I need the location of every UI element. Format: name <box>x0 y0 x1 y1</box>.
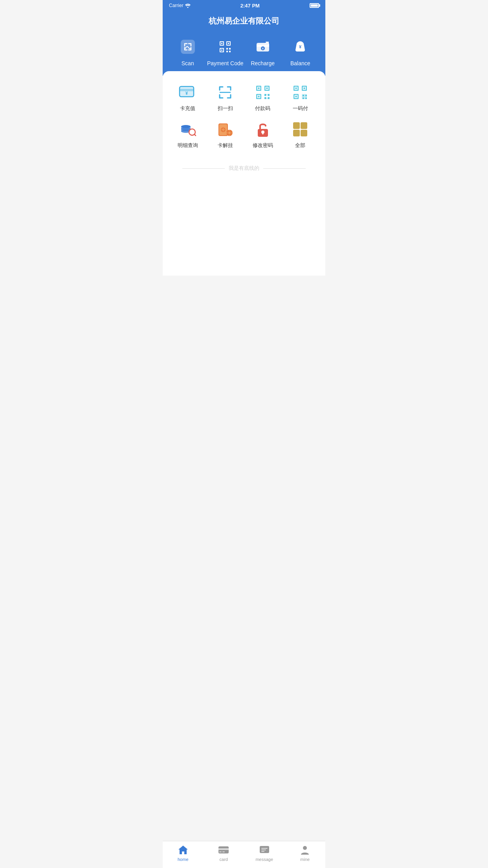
svg-rect-4 <box>221 43 222 44</box>
svg-text:¥: ¥ <box>299 44 302 49</box>
card-recharge-label: 卡充值 <box>180 105 195 112</box>
svg-rect-7 <box>228 43 229 44</box>
svg-line-59 <box>194 134 196 136</box>
svg-rect-75 <box>301 122 307 129</box>
scan-icon <box>178 37 198 57</box>
payment-code-label: Payment Code <box>207 60 244 66</box>
svg-text:¥: ¥ <box>185 91 188 96</box>
payment-code-2-label: 付款码 <box>255 105 270 112</box>
wifi-icon <box>185 4 191 8</box>
divider-left <box>182 168 225 169</box>
scan-label: Scan <box>182 60 194 66</box>
bottom-divider: 我是有底线的 <box>167 157 321 180</box>
svg-rect-39 <box>266 96 268 97</box>
scan-button[interactable]: Scan <box>169 37 207 66</box>
menu-item-card-unblock[interactable]: 卡解挂 <box>207 120 244 149</box>
svg-rect-28 <box>258 88 259 89</box>
scan-pay-icon <box>216 83 235 102</box>
one-code-icon <box>291 83 310 102</box>
svg-rect-13 <box>226 51 228 52</box>
bottom-text: 我是有底线的 <box>229 165 259 172</box>
all-icon <box>291 120 310 139</box>
menu-item-scan-pay[interactable]: 扫一扫 <box>207 83 244 112</box>
detail-query-icon <box>178 120 197 139</box>
status-bar: Carrier 2:47 PM <box>163 0 325 11</box>
balance-button[interactable]: ¥ Balance <box>282 37 319 66</box>
svg-rect-11 <box>226 48 228 50</box>
svg-rect-12 <box>229 48 231 50</box>
svg-rect-53 <box>305 97 307 99</box>
svg-point-0 <box>187 7 188 8</box>
carrier-text: Carrier <box>169 3 191 8</box>
menu-item-card-recharge[interactable]: ¥ 卡充值 <box>170 83 206 112</box>
svg-rect-74 <box>293 122 300 129</box>
balance-label: Balance <box>290 60 310 66</box>
svg-rect-48 <box>295 96 297 97</box>
status-time: 2:47 PM <box>240 3 260 9</box>
svg-rect-76 <box>293 130 300 136</box>
svg-rect-52 <box>305 95 307 96</box>
divider-right <box>263 168 306 169</box>
svg-rect-77 <box>301 130 307 136</box>
card-unblock-icon <box>216 120 235 139</box>
recharge-icon: ¥ <box>253 37 273 57</box>
balance-icon: ¥ <box>290 37 310 57</box>
top-actions: Scan <box>169 33 319 76</box>
menu-grid: ¥ 卡充值 扫一扫 <box>167 79 321 157</box>
recharge-label: Recharge <box>251 60 275 66</box>
svg-rect-51 <box>303 97 304 99</box>
svg-rect-45 <box>304 88 305 89</box>
all-label: 全部 <box>295 142 305 149</box>
payment-code-button[interactable]: Payment Code <box>207 37 244 66</box>
svg-text:¥: ¥ <box>262 47 264 50</box>
svg-rect-14 <box>229 51 231 52</box>
card-unblock-label: 卡解挂 <box>218 142 233 149</box>
recharge-button[interactable]: ¥ Recharge <box>244 37 282 66</box>
change-password-icon <box>253 120 272 139</box>
header: 杭州易企业有限公司 Scan <box>163 11 325 76</box>
card-recharge-icon: ¥ <box>178 83 197 102</box>
svg-rect-34 <box>258 96 259 97</box>
menu-item-change-password[interactable]: 修改密码 <box>245 120 281 149</box>
payment-code-icon <box>215 37 235 57</box>
menu-item-all[interactable]: 全部 <box>283 120 319 149</box>
menu-item-detail-query[interactable]: 明细查询 <box>170 120 206 149</box>
one-code-label: 一码付 <box>293 105 308 112</box>
menu-item-one-code[interactable]: 一码付 <box>283 83 319 112</box>
app-title: 杭州易企业有限公司 <box>169 16 319 33</box>
menu-item-payment-code[interactable]: 付款码 <box>245 83 281 112</box>
payment-code-2-icon <box>253 83 272 102</box>
svg-point-20 <box>299 42 302 44</box>
main-content: ¥ 卡充值 扫一扫 <box>163 71 325 276</box>
svg-rect-42 <box>295 88 297 89</box>
change-password-label: 修改密码 <box>253 142 273 149</box>
battery-icon <box>310 3 319 8</box>
svg-rect-50 <box>303 95 304 96</box>
svg-rect-31 <box>266 88 268 89</box>
detail-query-label: 明细查询 <box>178 142 198 149</box>
svg-rect-73 <box>262 132 263 134</box>
svg-rect-10 <box>221 50 222 51</box>
svg-point-66 <box>228 132 231 134</box>
scan-pay-label: 扫一扫 <box>218 105 233 112</box>
